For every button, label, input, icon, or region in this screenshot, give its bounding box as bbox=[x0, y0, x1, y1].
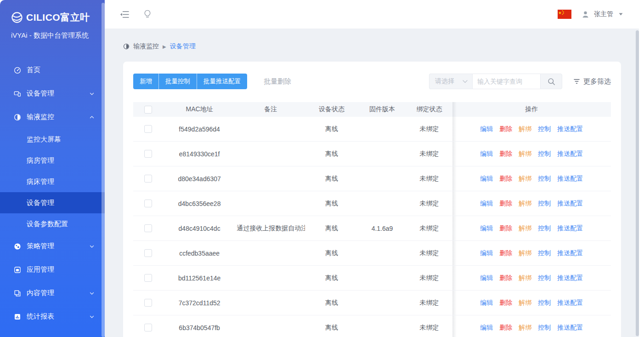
action-推送配置[interactable]: 推送配置 bbox=[557, 200, 583, 208]
sidebar-subitem-病房管理[interactable]: 病房管理 bbox=[0, 150, 105, 171]
caret-down-icon[interactable] bbox=[619, 13, 623, 16]
menu-fold-icon[interactable] bbox=[119, 9, 130, 19]
filter-select-value: 请选择 bbox=[435, 77, 454, 86]
action-控制[interactable]: 控制 bbox=[538, 125, 551, 133]
action-解绑[interactable]: 解绑 bbox=[519, 200, 531, 208]
row-checkbox[interactable] bbox=[144, 274, 152, 282]
select-all-checkbox[interactable] bbox=[144, 106, 152, 114]
action-编辑[interactable]: 编辑 bbox=[480, 200, 493, 208]
sidebar-item-首页[interactable]: 首页 bbox=[0, 58, 105, 82]
filter-icon bbox=[573, 78, 580, 85]
user-name[interactable]: 张主管 bbox=[594, 10, 613, 18]
batch-delete-button[interactable]: 批量删除 bbox=[264, 77, 291, 86]
action-推送配置[interactable]: 推送配置 bbox=[557, 299, 583, 307]
action-推送配置[interactable]: 推送配置 bbox=[557, 324, 583, 332]
action-控制[interactable]: 控制 bbox=[538, 249, 551, 257]
action-删除[interactable]: 删除 bbox=[499, 200, 512, 208]
action-编辑[interactable]: 编辑 bbox=[480, 324, 493, 332]
action-控制[interactable]: 控制 bbox=[538, 150, 551, 158]
sidebar-item-应用管理[interactable]: 应用管理 bbox=[0, 258, 105, 281]
action-编辑[interactable]: 编辑 bbox=[480, 249, 493, 257]
action-删除[interactable]: 删除 bbox=[499, 324, 512, 332]
action-控制[interactable]: 控制 bbox=[538, 274, 551, 282]
action-控制[interactable]: 控制 bbox=[538, 175, 551, 183]
action-删除[interactable]: 删除 bbox=[499, 299, 512, 307]
action-控制[interactable]: 控制 bbox=[538, 224, 551, 233]
toolbar-button-新增[interactable]: 新增 bbox=[133, 74, 158, 89]
content-icon bbox=[14, 290, 21, 297]
action-推送配置[interactable]: 推送配置 bbox=[557, 175, 583, 183]
action-解绑[interactable]: 解绑 bbox=[519, 324, 531, 332]
action-编辑[interactable]: 编辑 bbox=[480, 299, 493, 307]
page-scrollbar[interactable] bbox=[636, 30, 639, 336]
toolbar-button-批量控制[interactable]: 批量控制 bbox=[158, 74, 197, 89]
action-删除[interactable]: 删除 bbox=[499, 125, 512, 133]
action-解绑[interactable]: 解绑 bbox=[519, 249, 531, 257]
search-button[interactable] bbox=[540, 74, 562, 89]
sidebar: CILICO富立叶 iVYAi - 数据中台管理系统 首页设备管理输液监控监控大… bbox=[0, 0, 105, 337]
action-删除[interactable]: 删除 bbox=[499, 224, 512, 233]
action-解绑[interactable]: 解绑 bbox=[519, 274, 531, 282]
sidebar-item-内容管理[interactable]: 内容管理 bbox=[0, 281, 105, 305]
breadcrumb-current[interactable]: 设备管理 bbox=[170, 42, 196, 51]
binding-status-cell: 未绑定 bbox=[407, 166, 452, 191]
row-checkbox[interactable] bbox=[144, 299, 152, 307]
action-解绑[interactable]: 解绑 bbox=[519, 224, 531, 233]
row-checkbox[interactable] bbox=[144, 249, 152, 257]
action-控制[interactable]: 控制 bbox=[538, 299, 551, 307]
action-删除[interactable]: 删除 bbox=[499, 249, 512, 257]
action-解绑[interactable]: 解绑 bbox=[519, 150, 531, 158]
search-input[interactable] bbox=[472, 74, 540, 89]
toolbar-button-批量推送配置[interactable]: 批量推送配置 bbox=[197, 74, 247, 89]
sidebar-subitem-监控大屏幕[interactable]: 监控大屏幕 bbox=[0, 129, 105, 150]
sidebar-item-统计报表[interactable]: 统计报表 bbox=[0, 305, 105, 328]
sidebar-item-输液监控[interactable]: 输液监控 bbox=[0, 105, 105, 129]
filter-select[interactable]: 请选择 bbox=[429, 74, 472, 89]
sidebar-subitem-设备管理[interactable]: 设备管理 bbox=[0, 192, 105, 213]
china-flag-icon[interactable] bbox=[558, 10, 571, 19]
action-删除[interactable]: 删除 bbox=[499, 274, 512, 282]
row-checkbox[interactable] bbox=[144, 175, 152, 183]
device-status-cell: 离线 bbox=[305, 117, 358, 142]
sidebar-subitem-设备参数配置[interactable]: 设备参数配置 bbox=[0, 213, 105, 234]
sidebar-subitem-病床管理[interactable]: 病床管理 bbox=[0, 171, 105, 192]
row-checkbox[interactable] bbox=[144, 125, 152, 133]
action-解绑[interactable]: 解绑 bbox=[519, 175, 531, 183]
home-icon bbox=[14, 67, 21, 74]
sidebar-item-label: 策略管理 bbox=[27, 242, 89, 251]
action-解绑[interactable]: 解绑 bbox=[519, 125, 531, 133]
app-window: CILICO富立叶 iVYAi - 数据中台管理系统 首页设备管理输液监控监控大… bbox=[0, 0, 644, 337]
device-status-cell: 离线 bbox=[305, 191, 358, 216]
action-删除[interactable]: 删除 bbox=[499, 150, 512, 158]
action-推送配置[interactable]: 推送配置 bbox=[557, 249, 583, 257]
device-table: MAC地址备注设备状态固件版本绑定状态操作 f549d2a596d4离线未绑定编… bbox=[133, 102, 611, 337]
sidebar-scrollbar[interactable] bbox=[102, 3, 105, 337]
sidebar-item-策略管理[interactable]: 策略管理 bbox=[0, 234, 105, 258]
action-推送配置[interactable]: 推送配置 bbox=[557, 125, 583, 133]
action-编辑[interactable]: 编辑 bbox=[480, 175, 493, 183]
mac-address-cell: d4bc6356ee28 bbox=[163, 191, 236, 216]
more-filters-button[interactable]: 更多筛选 bbox=[573, 77, 611, 86]
row-checkbox[interactable] bbox=[144, 200, 152, 207]
action-解绑[interactable]: 解绑 bbox=[519, 299, 531, 307]
sidebar-item-设备管理[interactable]: 设备管理 bbox=[0, 82, 105, 105]
action-编辑[interactable]: 编辑 bbox=[480, 274, 493, 282]
action-控制[interactable]: 控制 bbox=[538, 200, 551, 208]
action-推送配置[interactable]: 推送配置 bbox=[557, 224, 583, 233]
action-控制[interactable]: 控制 bbox=[538, 324, 551, 332]
toolbar-search-area: 请选择 bbox=[429, 74, 611, 89]
action-推送配置[interactable]: 推送配置 bbox=[557, 150, 583, 158]
action-编辑[interactable]: 编辑 bbox=[480, 125, 493, 133]
action-编辑[interactable]: 编辑 bbox=[480, 224, 493, 233]
table-row: f549d2a596d4离线未绑定编辑删除解绑控制推送配置 bbox=[133, 117, 611, 142]
topbar: 张主管 bbox=[105, 0, 644, 29]
action-删除[interactable]: 删除 bbox=[499, 175, 512, 183]
lightbulb-icon[interactable] bbox=[142, 9, 153, 19]
row-checkbox[interactable] bbox=[144, 324, 152, 331]
row-checkbox[interactable] bbox=[144, 150, 152, 158]
row-actions-cell: 编辑删除解绑控制推送配置 bbox=[452, 315, 611, 337]
action-编辑[interactable]: 编辑 bbox=[480, 150, 493, 158]
action-推送配置[interactable]: 推送配置 bbox=[557, 274, 583, 282]
row-checkbox[interactable] bbox=[144, 224, 152, 232]
firmware-cell bbox=[358, 166, 406, 191]
